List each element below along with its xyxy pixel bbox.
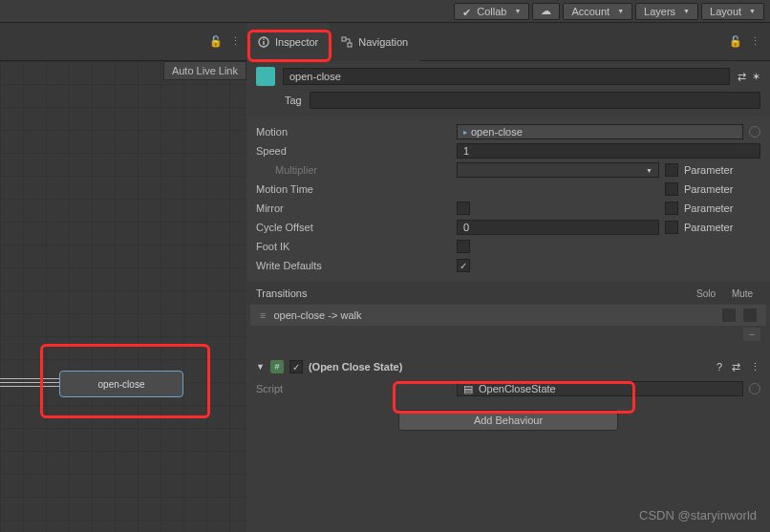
parameter-label: Parameter xyxy=(684,164,733,176)
speed-label: Speed xyxy=(256,145,457,157)
menu-icon[interactable]: ⋮ xyxy=(230,35,241,48)
cloud-icon: ☁ xyxy=(541,5,551,17)
cycle-offset-parameter-checkbox[interactable] xyxy=(665,221,678,234)
lock-icon[interactable]: 🔓 xyxy=(209,35,223,48)
play-icon: ▸ xyxy=(463,128,467,137)
menu-icon[interactable]: ⋮ xyxy=(750,361,760,373)
mute-label: Mute xyxy=(724,288,760,299)
mirror-checkbox[interactable] xyxy=(457,202,470,215)
auto-live-link-button[interactable]: Auto Live Link xyxy=(163,61,246,80)
right-panel-header: Inspector Navigation 🔓 ⋮ xyxy=(246,23,770,60)
motion-dropdown[interactable]: ▸open-close xyxy=(457,124,743,139)
info-icon xyxy=(258,36,269,48)
solo-label: Solo xyxy=(688,288,724,299)
multiplier-label: Multiplier xyxy=(256,164,457,176)
mirror-label: Mirror xyxy=(256,202,457,214)
cycle-offset-label: Cycle Offset xyxy=(256,222,457,233)
inspector-panel: open-close ⇄ ✶ Tag Motion ▸open-close Sp… xyxy=(246,61,770,532)
transitions-header: Transitions Solo Mute xyxy=(246,283,770,304)
tag-label: Tag xyxy=(285,95,302,106)
parameter-label: Parameter xyxy=(684,222,733,233)
parameter-label: Parameter xyxy=(684,202,733,214)
mirror-parameter-checkbox[interactable] xyxy=(665,202,678,215)
account-dropdown[interactable]: Account▼ xyxy=(563,3,632,20)
object-picker-icon[interactable] xyxy=(749,383,760,394)
foldout-icon[interactable]: ▼ xyxy=(256,362,265,372)
script-field[interactable]: ▤OpenCloseState xyxy=(457,381,743,396)
script-icon: # xyxy=(270,360,284,373)
csharp-icon: ▤ xyxy=(463,383,473,395)
script-row: Script ▤OpenCloseState xyxy=(246,377,770,400)
chevron-down-icon: ▼ xyxy=(514,8,521,14)
layers-dropdown[interactable]: Layers▼ xyxy=(635,3,698,20)
tag-input[interactable] xyxy=(310,92,760,109)
multiplier-parameter-checkbox[interactable] xyxy=(665,163,678,177)
cloud-button[interactable]: ☁ xyxy=(532,3,560,20)
tab-navigation[interactable]: Navigation xyxy=(330,23,419,61)
tab-bar-row: 🔓 ⋮ Inspector Navigation 🔓 ⋮ xyxy=(0,23,770,61)
transitions-label: Transitions xyxy=(256,287,307,299)
svg-rect-2 xyxy=(263,38,264,39)
svg-rect-1 xyxy=(263,41,264,45)
layout-dropdown[interactable]: Layout▼ xyxy=(701,3,764,20)
tag-row: Tag xyxy=(246,92,770,117)
tab-inspector[interactable]: Inspector xyxy=(246,23,330,61)
state-icon xyxy=(256,67,275,86)
multiplier-dropdown[interactable]: ▼ xyxy=(457,162,659,178)
svg-rect-3 xyxy=(342,37,346,41)
foot-ik-label: Foot IK xyxy=(256,241,457,252)
state-header: open-close ⇄ ✶ xyxy=(246,61,770,92)
watermark: CSDN @staryinworld xyxy=(639,508,757,522)
component-header[interactable]: ▼ # (Open Close State) ? ⇄ ⋮ xyxy=(246,356,770,377)
parameter-label: Parameter xyxy=(684,183,733,195)
speed-input[interactable]: 1 xyxy=(457,143,760,159)
mute-toggle[interactable] xyxy=(743,309,757,322)
navigation-icon xyxy=(341,36,353,48)
state-properties: Motion ▸open-close Speed 1 Multiplier ▼P… xyxy=(246,117,770,281)
chevron-down-icon: ▼ xyxy=(617,8,624,14)
script-label: Script xyxy=(256,383,457,394)
transition-label: open-close -> walk xyxy=(273,309,361,321)
gear-icon[interactable]: ✶ xyxy=(752,71,760,83)
top-toolbar: ✔Collab▼ ☁ Account▼ Layers▼ Layout▼ xyxy=(0,0,770,23)
main-area: Auto Live Link open-close open-close ⇄ ✶… xyxy=(0,61,770,532)
state-name-input[interactable]: open-close xyxy=(283,68,730,85)
component-enabled-checkbox[interactable] xyxy=(289,360,303,373)
solo-toggle[interactable] xyxy=(722,309,736,322)
chevron-down-icon: ▼ xyxy=(749,8,756,14)
preset-icon[interactable]: ⇄ xyxy=(732,361,740,373)
transition-item[interactable]: ≡ open-close -> walk xyxy=(250,305,766,326)
tab-label: Navigation xyxy=(358,36,408,48)
header-tools: ⇄ ✶ xyxy=(738,71,760,83)
cycle-offset-input[interactable]: 0 xyxy=(457,220,659,235)
help-icon[interactable]: ? xyxy=(717,361,722,373)
svg-rect-4 xyxy=(348,43,352,47)
drag-handle-icon[interactable]: ≡ xyxy=(260,309,266,321)
state-node-open-close[interactable]: open-close xyxy=(59,371,183,397)
left-panel-header: 🔓 ⋮ xyxy=(0,23,246,60)
write-defaults-label: Write Defaults xyxy=(256,260,457,271)
write-defaults-checkbox[interactable] xyxy=(457,259,470,272)
animator-graph[interactable]: Auto Live Link open-close xyxy=(0,61,246,532)
motion-time-label: Motion Time xyxy=(256,183,457,195)
object-picker-icon[interactable] xyxy=(749,126,760,138)
menu-icon[interactable]: ⋮ xyxy=(750,35,760,48)
component-title: (Open Close State) xyxy=(309,361,402,372)
motion-time-parameter-checkbox[interactable] xyxy=(665,182,678,196)
remove-transition-button[interactable]: − xyxy=(743,328,760,341)
lock-icon[interactable]: 🔓 xyxy=(729,35,742,48)
check-icon: ✔ xyxy=(462,7,472,16)
motion-label: Motion xyxy=(256,126,457,138)
chevron-down-icon: ▼ xyxy=(683,8,690,14)
add-behaviour-button[interactable]: Add Behaviour xyxy=(398,410,618,431)
transition-edges xyxy=(0,378,59,390)
settings-icon[interactable]: ⇄ xyxy=(738,71,746,83)
foot-ik-checkbox[interactable] xyxy=(457,240,470,253)
tab-label: Inspector xyxy=(275,36,318,48)
collab-dropdown[interactable]: ✔Collab▼ xyxy=(454,3,529,20)
